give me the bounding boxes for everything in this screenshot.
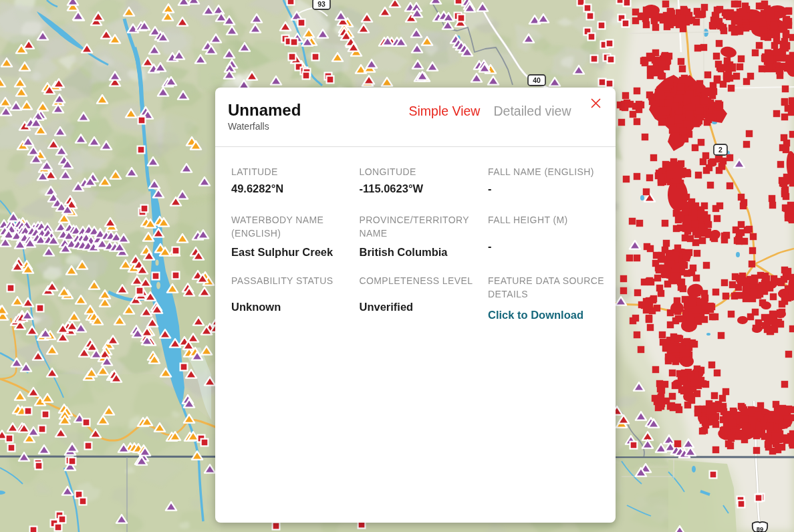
svg-text:93: 93 xyxy=(317,0,325,8)
svg-text:40: 40 xyxy=(533,76,541,84)
svg-text:2: 2 xyxy=(718,146,722,154)
svg-text:89: 89 xyxy=(757,525,764,532)
